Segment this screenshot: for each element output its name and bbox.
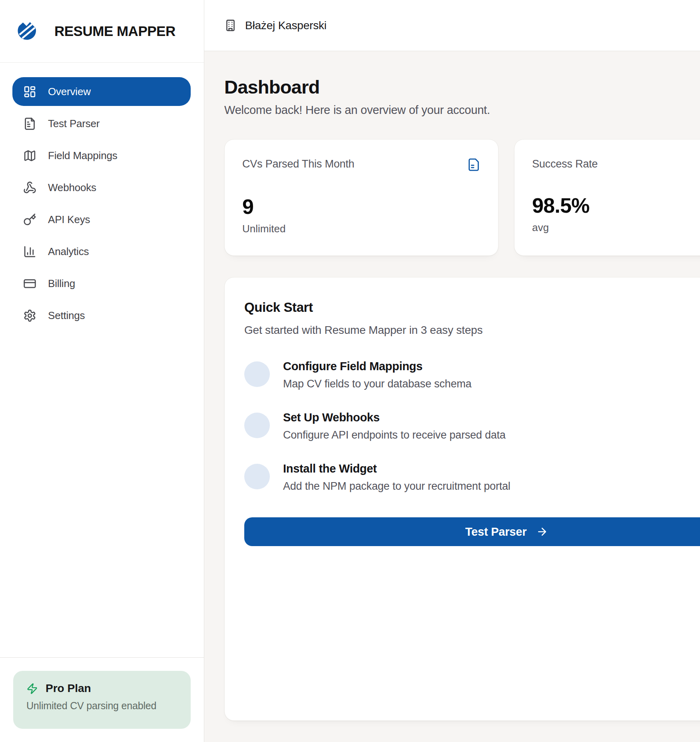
sidebar-item-analytics[interactable]: Analytics (12, 237, 191, 266)
stat-label: CVs Parsed This Month (242, 158, 354, 170)
sidebar-item-billing[interactable]: Billing (12, 269, 191, 298)
sidebar-item-webhooks[interactable]: Webhooks (12, 173, 191, 202)
sidebar-item-overview[interactable]: Overview (12, 77, 191, 106)
step-circle (244, 413, 270, 438)
sidebar-item-label: Settings (48, 309, 85, 322)
file-text-icon (467, 158, 481, 172)
sidebar-item-label: API Keys (48, 213, 90, 226)
dashboard-content: Dashboard Welcome back! Here is an overv… (204, 51, 700, 721)
gear-icon (23, 309, 36, 322)
step-description: Add the NPM package to your recruitment … (283, 480, 511, 493)
sidebar-item-label: Analytics (48, 245, 89, 258)
stat-sublabel: avg (532, 221, 700, 234)
step-circle (244, 464, 270, 489)
step-circle (244, 361, 270, 387)
step-description: Configure API endpoints to receive parse… (283, 429, 506, 441)
step-title: Set Up Webhooks (283, 411, 506, 424)
step-title: Install the Widget (283, 462, 511, 475)
quick-start-card: Quick Start Get started with Resume Mapp… (224, 277, 700, 721)
layout-dashboard-icon (23, 85, 36, 98)
stat-label: Success Rate (532, 158, 598, 170)
sidebar-footer: Pro Plan Unlimited CV parsing enabled (0, 657, 204, 742)
sidebar-item-settings[interactable]: Settings (12, 301, 191, 330)
quick-start-title: Quick Start (244, 300, 700, 315)
quick-start-subtitle: Get started with Resume Mapper in 3 easy… (244, 324, 700, 337)
step-configure-field-mappings: Configure Field Mappings Map CV fields t… (244, 360, 700, 390)
credit-card-icon (23, 277, 36, 290)
brand-name: RESUME MAPPER (54, 23, 175, 39)
plan-description: Unlimited CV parsing enabled (26, 700, 177, 712)
map-icon (23, 149, 36, 162)
sidebar-item-label: Field Mappings (48, 150, 118, 162)
webhook-icon (23, 181, 36, 194)
stat-card-success-rate: Success Rate 98.5% avg (514, 139, 700, 256)
step-title: Configure Field Mappings (283, 360, 471, 373)
page-subtitle: Welcome back! Here is an overview of you… (224, 104, 700, 117)
stat-value: 98.5% (532, 193, 700, 217)
arrow-right-icon (536, 526, 548, 538)
plan-name: Pro Plan (46, 682, 91, 695)
topbar: Błażej Kasperski (204, 0, 700, 51)
sidebar-item-test-parser[interactable]: Test Parser (12, 109, 191, 138)
stat-value: 9 (242, 195, 481, 219)
stat-sublabel: Unlimited (242, 223, 481, 235)
sidebar-spacer (0, 330, 204, 657)
user-name[interactable]: Błażej Kasperski (245, 19, 327, 32)
step-install-the-widget: Install the Widget Add the NPM package t… (244, 462, 700, 493)
sidebar-item-label: Webhooks (48, 182, 96, 194)
key-icon (23, 213, 36, 226)
file-text-icon (23, 117, 36, 130)
test-parser-button[interactable]: Test Parser (244, 517, 700, 546)
step-set-up-webhooks: Set Up Webhooks Configure API endpoints … (244, 411, 700, 441)
resume-mapper-logo-icon (16, 20, 38, 42)
sidebar: RESUME MAPPER Overview Test Parser (0, 0, 204, 742)
stats-row: CVs Parsed This Month 9 Unlimited Succes… (224, 139, 700, 256)
test-parser-button-label: Test Parser (465, 525, 527, 539)
logo-row: RESUME MAPPER (0, 0, 204, 63)
building-icon (224, 19, 237, 32)
sidebar-item-api-keys[interactable]: API Keys (12, 205, 191, 234)
lightning-icon (26, 683, 38, 694)
pro-plan-badge: Pro Plan Unlimited CV parsing enabled (13, 671, 191, 729)
sidebar-item-field-mappings[interactable]: Field Mappings (12, 141, 191, 170)
quick-start-steps: Configure Field Mappings Map CV fields t… (244, 360, 700, 493)
main-area: Błażej Kasperski Dashboard Welcome back!… (204, 0, 700, 742)
sidebar-item-label: Test Parser (48, 118, 100, 130)
sidebar-item-label: Billing (48, 277, 75, 290)
page-title: Dashboard (224, 76, 700, 98)
stat-card-cvs-parsed: CVs Parsed This Month 9 Unlimited (224, 139, 499, 256)
sidebar-nav: Overview Test Parser Field Mappings (0, 63, 204, 330)
bar-chart-icon (23, 245, 36, 258)
sidebar-item-label: Overview (48, 86, 91, 98)
step-description: Map CV fields to your database schema (283, 378, 471, 390)
